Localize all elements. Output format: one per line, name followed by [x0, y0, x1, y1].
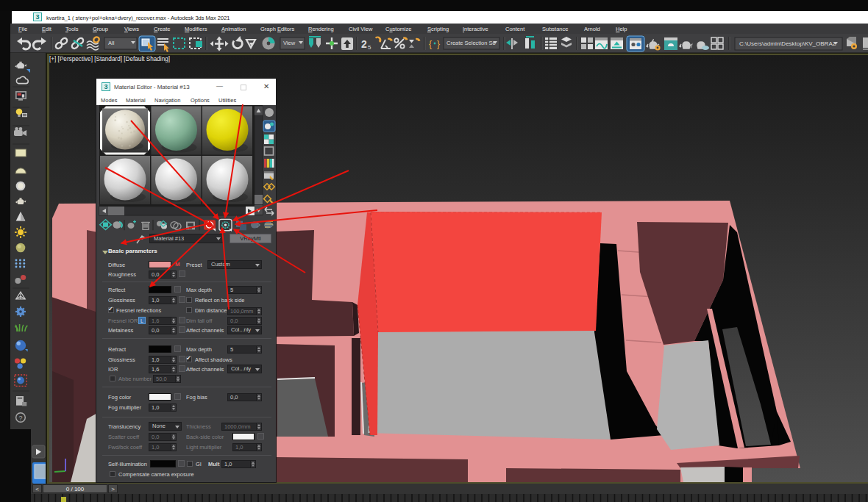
svg-text:[+] [Perspective] [Standard] [: [+] [Perspective] [Standard] [Default Sh… [49, 56, 170, 62]
